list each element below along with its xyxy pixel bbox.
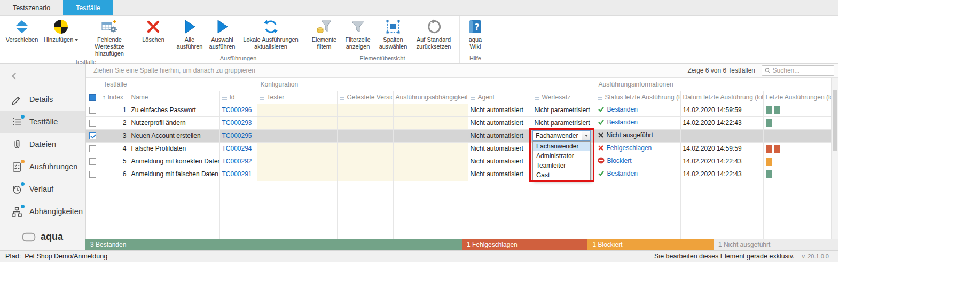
getestete-version-cell[interactable]	[337, 155, 393, 168]
execution-history-squares[interactable]	[766, 119, 774, 126]
col-header-index[interactable]: ↑Index	[100, 91, 129, 104]
col-header-tester[interactable]: Tester	[257, 91, 337, 104]
wertesatz-combobox[interactable]: Fachanwender	[532, 130, 591, 141]
filterzeile-anzeigen-button[interactable]: Filterzeile anzeigen	[340, 16, 375, 51]
row-checkbox[interactable]	[89, 145, 96, 152]
col-header-letzte-ausfuehrungen[interactable]: Letzte Ausführungen (lokal)	[763, 91, 832, 104]
tab-testszenario[interactable]: Testszenario	[0, 0, 63, 15]
dropdown-option-administrator[interactable]: Administrator	[533, 151, 590, 161]
status-link[interactable]: Fehlgeschlagen	[607, 144, 652, 152]
vertical-scrollbar[interactable]	[831, 78, 838, 239]
table-row[interactable]: 4 Falsche Profildaten TC000294 Nicht aut…	[86, 142, 832, 155]
table-row-selected[interactable]: 3 Neuen Account erstellen TC000295 Nicht…	[86, 129, 832, 142]
lokale-ausfuehrungen-aktualisieren-button[interactable]: Lokale Ausführungen aktualisieren	[239, 16, 302, 51]
execution-history-squares[interactable]	[766, 170, 774, 177]
table-row[interactable]: 2 Nutzerprofil ändern TC000293 Nicht aut…	[86, 116, 832, 129]
spalten-auswaehlen-button[interactable]: Spalten auswählen	[375, 16, 411, 51]
abhaengigkeit-cell[interactable]	[393, 155, 468, 168]
select-all-checkbox[interactable]	[89, 94, 96, 101]
execution-history-squares[interactable]	[766, 157, 774, 164]
col-header-status[interactable]: Status letzte Ausführung (lokal)	[595, 91, 680, 104]
group-panel[interactable]: Ziehen Sie eine Spalte hierhin, um danac…	[86, 64, 838, 78]
scrollbar-thumb[interactable]	[833, 90, 837, 151]
edit-pencil-icon	[11, 93, 22, 105]
loeschen-button[interactable]: Löschen	[138, 16, 168, 44]
getestete-version-cell[interactable]	[337, 104, 393, 116]
table-row[interactable]: 5 Anmeldung mit korrekten Daten TC000292…	[86, 155, 832, 168]
status-link[interactable]: Bestanden	[607, 106, 638, 113]
dropdown-option-fachanwender[interactable]: Fachanwender	[533, 142, 590, 151]
testcase-id-link[interactable]: TC000291	[222, 170, 252, 178]
sidebar-item-testfaelle[interactable]: Testfälle	[0, 111, 85, 133]
name-cell: Anmeldung mit falschen Daten	[129, 168, 219, 181]
getestete-version-cell[interactable]	[337, 129, 393, 142]
dropdown-option-teamleiter[interactable]: Teamleiter	[533, 161, 590, 170]
col-header-agent[interactable]: Agent	[468, 91, 532, 104]
row-checkbox[interactable]	[89, 120, 96, 127]
tester-cell[interactable]	[257, 168, 337, 181]
sidebar-collapse-button[interactable]	[0, 64, 85, 88]
wertesatz-cell[interactable]: Nicht parametrisiert	[532, 104, 595, 116]
getestete-version-cell[interactable]	[337, 168, 393, 181]
sidebar-item-abhaengigkeiten[interactable]: Abhängigkeiten	[0, 200, 85, 223]
dropdown-option-gast[interactable]: Gast	[533, 170, 590, 180]
status-summary-bar: 3 Bestanden 1 Fehlgeschlagen 1 Blockiert…	[85, 239, 838, 250]
alle-ausfuehren-button[interactable]: Alle ausführen	[174, 16, 205, 51]
sidebar-item-details[interactable]: Details	[0, 88, 85, 111]
sidebar-item-ausfuehrungen[interactable]: Ausführungen	[0, 155, 85, 178]
auf-standard-zuruecksetzen-button[interactable]: Auf Standard zurücksetzen	[411, 16, 457, 51]
execution-history-squares[interactable]	[766, 106, 782, 113]
summary-segment-bestanden: 3 Bestanden	[85, 239, 462, 250]
getestete-version-cell[interactable]	[337, 142, 393, 155]
agent-cell: Nicht automatisiert	[468, 155, 532, 168]
testcase-id-link[interactable]: TC000296	[222, 106, 252, 114]
index-cell: 4	[100, 142, 129, 155]
sidebar-item-dateien[interactable]: Dateien	[0, 133, 85, 155]
col-header-name[interactable]: Name	[129, 91, 219, 104]
wertesatz-cell[interactable]: Nicht parametrisiert	[532, 116, 595, 129]
testcase-id-link[interactable]: TC000293	[222, 119, 252, 127]
tester-cell[interactable]	[257, 116, 337, 129]
status-link[interactable]: Bestanden	[607, 119, 638, 126]
tester-cell[interactable]	[257, 142, 337, 155]
row-checkbox[interactable]	[89, 171, 96, 178]
abhaengigkeit-cell[interactable]	[393, 142, 468, 155]
testcase-id-link[interactable]: TC000295	[222, 132, 252, 139]
tester-cell[interactable]	[257, 155, 337, 168]
abhaengigkeit-cell[interactable]	[393, 116, 468, 129]
col-header-id[interactable]: Id	[219, 91, 257, 104]
search-box[interactable]	[762, 65, 834, 76]
combobox-dropdown-button[interactable]	[582, 131, 590, 140]
row-checkbox[interactable]	[89, 107, 96, 114]
ribbon-group-label: Elementübersicht	[308, 54, 457, 63]
sidebar-item-verlauf[interactable]: Verlauf	[0, 178, 85, 200]
abhaengigkeit-cell[interactable]	[393, 129, 468, 142]
col-header-datum[interactable]: Datum letzte Ausführung (lokal)	[680, 91, 763, 104]
col-header-wertesatz[interactable]: Wertesatz	[532, 91, 595, 104]
tester-cell[interactable]	[257, 129, 337, 142]
col-header-getestete-version[interactable]: Getestete Version	[337, 91, 393, 104]
testcase-id-link[interactable]: TC000294	[222, 145, 252, 152]
hinzufuegen-button[interactable]: Hinzufügen	[41, 16, 81, 44]
table-row[interactable]: 1 Zu einfaches Passwort TC000296 Nicht a…	[86, 104, 832, 116]
col-header-ausfuehrungsabhaengigkeit[interactable]: Ausführungsabhängigkeit	[393, 91, 468, 104]
abhaengigkeit-cell[interactable]	[393, 168, 468, 181]
aqua-wiki-button[interactable]: ? aqua Wiki	[462, 16, 488, 51]
row-checkbox-checked[interactable]	[89, 132, 96, 139]
getestete-version-cell[interactable]	[337, 116, 393, 129]
auswahl-ausfuehren-button[interactable]: Auswahl ausführen	[205, 16, 239, 51]
row-checkbox[interactable]	[89, 158, 96, 165]
status-link[interactable]: Bestanden	[607, 170, 638, 177]
status-link[interactable]: Blockiert	[607, 157, 632, 164]
table-row[interactable]: 6 Anmeldung mit falschen Daten TC000291 …	[86, 168, 832, 181]
abhaengigkeit-cell[interactable]	[393, 104, 468, 116]
tester-cell[interactable]	[257, 104, 337, 116]
index-cell: 2	[100, 116, 129, 129]
testcase-id-link[interactable]: TC000292	[222, 158, 252, 165]
execution-history-squares[interactable]	[766, 144, 782, 152]
tab-testfaelle[interactable]: Testfälle	[63, 0, 113, 15]
elemente-filtern-button[interactable]: Elemente filtern	[308, 16, 340, 51]
verschieben-button[interactable]: Verschieben	[3, 16, 41, 44]
search-input[interactable]	[773, 67, 831, 74]
fehlende-wertesaetze-button[interactable]: Fehlende Wertesätze hinzufügen	[81, 16, 138, 58]
